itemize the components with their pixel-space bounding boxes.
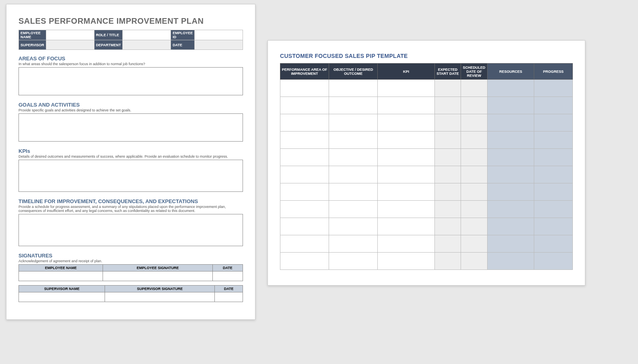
table-row: [280, 97, 573, 114]
field-role-title[interactable]: [123, 30, 171, 40]
pip-cell[interactable]: [434, 201, 461, 218]
pip-cell[interactable]: [378, 132, 434, 149]
pip-cell[interactable]: [280, 218, 329, 235]
pip-cell[interactable]: [434, 235, 461, 253]
pip-cell[interactable]: [461, 80, 488, 97]
pip-cell[interactable]: [434, 132, 461, 149]
pip-cell[interactable]: [378, 183, 434, 201]
pip-cell[interactable]: [378, 166, 434, 183]
pip-cell[interactable]: [378, 114, 434, 132]
pip-cell[interactable]: [378, 253, 434, 270]
pip-cell[interactable]: [534, 201, 573, 218]
pip-cell[interactable]: [329, 218, 378, 235]
field-supervisor[interactable]: [46, 40, 94, 50]
pip-cell[interactable]: [378, 80, 434, 97]
page-right: CUSTOMER FOCUSED SALES PIP TEMPLATE PERF…: [268, 40, 585, 286]
pip-cell[interactable]: [329, 183, 378, 201]
pip-cell[interactable]: [461, 97, 488, 114]
pip-cell[interactable]: [434, 80, 461, 97]
pip-cell[interactable]: [434, 218, 461, 235]
pip-cell[interactable]: [329, 253, 378, 270]
pip-cell[interactable]: [329, 80, 378, 97]
sig-col-supervisor-name: SUPERVISOR NAME: [19, 286, 105, 292]
field-department[interactable]: [123, 40, 171, 50]
sig-field-employee-sig[interactable]: [103, 271, 212, 281]
section-desc-focus: In what areas should the salesperson foc…: [19, 62, 243, 66]
label-department: DEPARTMENT: [94, 40, 123, 50]
pip-cell[interactable]: [487, 166, 534, 183]
pip-cell[interactable]: [280, 97, 329, 114]
pip-cell[interactable]: [280, 183, 329, 201]
pip-cell[interactable]: [280, 149, 329, 166]
pip-cell[interactable]: [329, 235, 378, 253]
pip-cell[interactable]: [487, 132, 534, 149]
box-focus[interactable]: [19, 67, 243, 95]
pip-cell[interactable]: [329, 132, 378, 149]
pip-cell[interactable]: [378, 218, 434, 235]
sig-field-employee-date[interactable]: [212, 271, 243, 281]
pip-cell[interactable]: [487, 114, 534, 132]
pip-cell[interactable]: [434, 183, 461, 201]
pip-cell[interactable]: [534, 253, 573, 270]
pip-cell[interactable]: [487, 149, 534, 166]
pip-cell[interactable]: [534, 132, 573, 149]
pip-cell[interactable]: [461, 218, 488, 235]
pip-cell[interactable]: [280, 166, 329, 183]
pip-cell[interactable]: [461, 132, 488, 149]
pip-cell[interactable]: [534, 183, 573, 201]
pip-cell[interactable]: [534, 166, 573, 183]
page-left: SALES PERFORMANCE IMPROVEMENT PLAN EMPLO…: [6, 4, 255, 320]
pip-cell[interactable]: [434, 253, 461, 270]
pip-cell[interactable]: [534, 149, 573, 166]
pip-cell[interactable]: [280, 253, 329, 270]
field-date[interactable]: [195, 40, 243, 50]
pip-cell[interactable]: [280, 132, 329, 149]
sig-field-supervisor-name[interactable]: [19, 292, 105, 302]
table-row: [280, 166, 573, 183]
pip-cell[interactable]: [280, 80, 329, 97]
field-employee-name[interactable]: [46, 30, 94, 40]
pip-cell[interactable]: [487, 183, 534, 201]
pip-cell[interactable]: [534, 235, 573, 253]
pip-cell[interactable]: [280, 235, 329, 253]
field-employee-id[interactable]: [195, 30, 243, 40]
pip-cell[interactable]: [461, 183, 488, 201]
pip-cell[interactable]: [487, 80, 534, 97]
pip-cell[interactable]: [487, 97, 534, 114]
sig-field-supervisor-sig[interactable]: [105, 292, 215, 302]
pip-cell[interactable]: [329, 97, 378, 114]
sig-field-employee-name[interactable]: [19, 271, 103, 281]
pip-cell[interactable]: [329, 149, 378, 166]
pip-cell[interactable]: [329, 201, 378, 218]
pip-cell[interactable]: [378, 235, 434, 253]
pip-cell[interactable]: [487, 201, 534, 218]
pip-cell[interactable]: [461, 201, 488, 218]
pip-cell[interactable]: [378, 201, 434, 218]
pip-cell[interactable]: [434, 149, 461, 166]
box-kpi[interactable]: [19, 160, 243, 192]
pip-cell[interactable]: [487, 218, 534, 235]
pip-cell[interactable]: [378, 149, 434, 166]
pip-cell[interactable]: [534, 218, 573, 235]
pip-cell[interactable]: [434, 114, 461, 132]
box-goals[interactable]: [19, 113, 243, 142]
pip-cell[interactable]: [534, 80, 573, 97]
pip-cell[interactable]: [378, 97, 434, 114]
pip-cell[interactable]: [280, 201, 329, 218]
pip-cell[interactable]: [434, 97, 461, 114]
pip-cell[interactable]: [461, 114, 488, 132]
pip-cell[interactable]: [434, 166, 461, 183]
pip-cell[interactable]: [461, 235, 488, 253]
pip-cell[interactable]: [534, 97, 573, 114]
pip-cell[interactable]: [461, 166, 488, 183]
pip-cell[interactable]: [280, 114, 329, 132]
box-timeline[interactable]: [19, 214, 243, 246]
pip-cell[interactable]: [487, 235, 534, 253]
pip-cell[interactable]: [329, 114, 378, 132]
pip-cell[interactable]: [461, 149, 488, 166]
pip-cell[interactable]: [461, 253, 488, 270]
sig-field-supervisor-date[interactable]: [215, 292, 243, 302]
pip-cell[interactable]: [329, 166, 378, 183]
pip-cell[interactable]: [534, 114, 573, 132]
pip-cell[interactable]: [487, 253, 534, 270]
